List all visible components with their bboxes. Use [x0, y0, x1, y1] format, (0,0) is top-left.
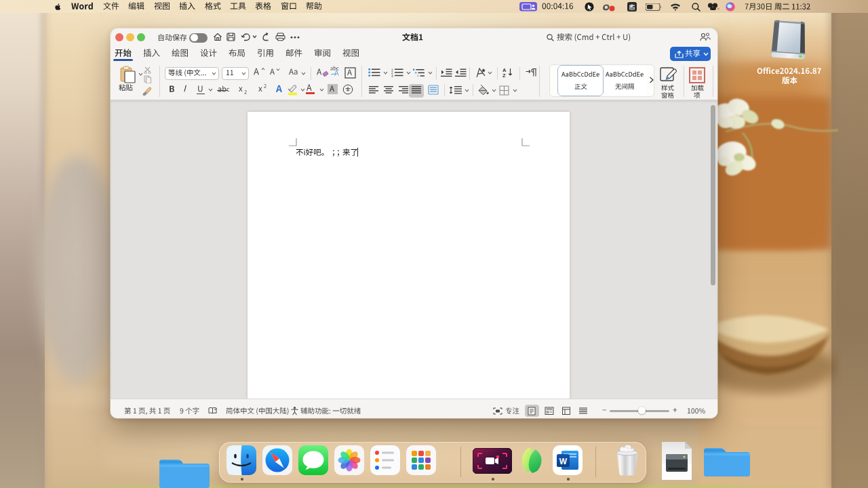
svg-text:3: 3 — [391, 75, 393, 77]
svg-text:Z: Z — [502, 73, 506, 78]
svg-text:W: W — [559, 457, 568, 466]
